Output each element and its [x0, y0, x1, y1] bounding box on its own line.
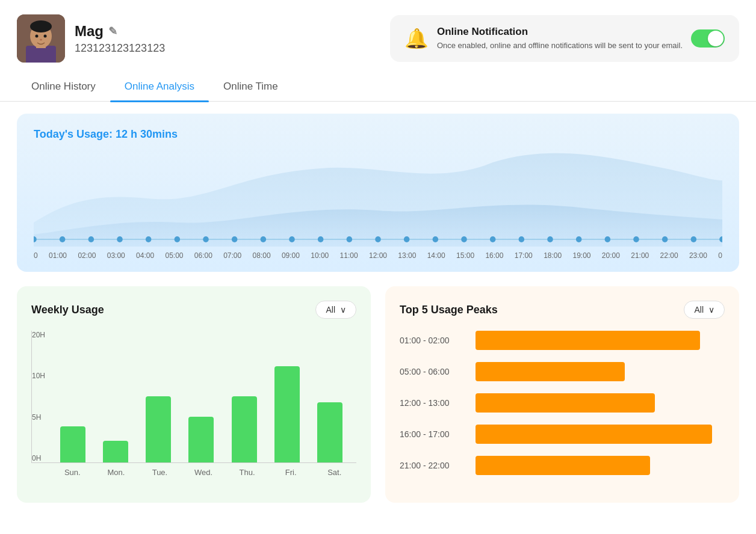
- svg-rect-1: [26, 46, 56, 63]
- bar-group: [265, 366, 308, 462]
- svg-point-4: [30, 20, 52, 32]
- y-axis-label: 5H: [32, 413, 45, 422]
- daily-usage-title: Today's Usage: 12 h 30mins: [34, 128, 722, 141]
- x-axis-label: Wed.: [182, 468, 226, 477]
- bar: [317, 402, 342, 462]
- peak-time-label: 05:00 - 06:00: [400, 367, 466, 376]
- x-axis-label: Fri.: [269, 468, 313, 477]
- time-label: 22:00: [660, 251, 678, 260]
- time-label: 01:00: [49, 251, 67, 260]
- avatar: [17, 14, 65, 63]
- peak-bar-container: [476, 362, 725, 381]
- y-axis-label: 20H: [32, 331, 45, 339]
- notification-card: 🔔 Online Notification Once enabled, onli…: [390, 15, 739, 62]
- svg-point-29: [605, 236, 611, 242]
- edit-icon[interactable]: ✎: [108, 25, 117, 38]
- peak-bar: [476, 393, 655, 413]
- chevron-down-icon: ∨: [708, 305, 714, 315]
- x-axis-label: Thu.: [225, 468, 269, 477]
- svg-point-18: [289, 236, 295, 242]
- peak-row: 16:00 - 17:00: [400, 425, 725, 444]
- x-axis-label: Sun.: [51, 468, 94, 477]
- bar: [103, 441, 128, 462]
- peak-bar: [476, 425, 712, 444]
- svg-point-7: [40, 39, 42, 41]
- svg-point-21: [375, 236, 381, 242]
- time-label: 02:00: [78, 251, 96, 260]
- time-label: 17:00: [515, 251, 533, 260]
- tab-online-analysis[interactable]: Online Analysis: [110, 72, 209, 101]
- svg-point-27: [547, 236, 553, 242]
- time-label: 08:00: [253, 251, 271, 260]
- peak-time-label: 01:00 - 02:00: [400, 336, 466, 345]
- x-axis-label: Sat.: [312, 468, 356, 477]
- peaks-title: Top 5 Usage Peaks: [400, 304, 498, 316]
- x-axis-labels: Sun.Mon.Tue.Wed.Thu.Fri.Sat.: [31, 468, 356, 477]
- time-label: 15:00: [456, 251, 474, 260]
- peaks-card: Top 5 Usage Peaks All ∨ 01:00 - 02:0005:…: [385, 286, 739, 503]
- svg-point-17: [261, 236, 267, 242]
- tab-bar: Online History Online Analysis Online Ti…: [0, 72, 756, 102]
- peak-row: 21:00 - 22:00: [400, 456, 725, 475]
- notification-title: Online Notification: [437, 26, 683, 38]
- profile-id: 123123123123123: [75, 42, 165, 55]
- peak-bar: [476, 331, 700, 350]
- svg-point-12: [117, 236, 123, 242]
- svg-point-24: [461, 236, 467, 242]
- peaks-dropdown[interactable]: All ∨: [684, 301, 725, 319]
- time-label: 04:00: [136, 251, 154, 260]
- tab-online-history[interactable]: Online History: [17, 72, 110, 101]
- notification-text: Online Notification Once enabled, online…: [437, 26, 683, 51]
- svg-point-22: [404, 236, 410, 242]
- notification-toggle[interactable]: [691, 29, 725, 48]
- svg-point-5: [36, 35, 39, 38]
- y-axis-label: 10H: [32, 372, 45, 380]
- peak-time-label: 12:00 - 13:00: [400, 398, 466, 408]
- daily-chart-area: [34, 150, 722, 247]
- time-label: 03:00: [107, 251, 125, 260]
- time-label: 09:00: [282, 251, 300, 260]
- time-label: 23:00: [689, 251, 707, 260]
- time-label: 16:00: [485, 251, 503, 260]
- weekly-card-header: Weekly Usage All ∨: [31, 301, 356, 319]
- svg-point-16: [232, 236, 238, 242]
- peak-bar-container: [476, 331, 725, 350]
- bar: [146, 396, 171, 462]
- time-label: 06:00: [194, 251, 212, 260]
- peaks-card-header: Top 5 Usage Peaks All ∨: [400, 301, 725, 319]
- weekly-dropdown[interactable]: All ∨: [315, 301, 356, 319]
- profile-name: Mag ✎: [75, 23, 165, 40]
- peak-time-label: 16:00 - 17:00: [400, 429, 466, 439]
- weekly-bar-chart: 20H10H5H0H: [31, 331, 356, 463]
- svg-point-11: [88, 236, 94, 242]
- daily-usage-card: Today's Usage: 12 h 30mins: [17, 114, 739, 272]
- time-label: 19:00: [572, 251, 590, 260]
- notification-description: Once enabled, online and offline notific…: [437, 40, 683, 51]
- weekly-title: Weekly Usage: [31, 304, 104, 316]
- profile-info: Mag ✎ 123123123123123: [75, 23, 165, 55]
- bar: [274, 366, 300, 462]
- tab-online-time[interactable]: Online Time: [209, 72, 293, 101]
- time-label: 18:00: [544, 251, 562, 260]
- time-label: 10:00: [311, 251, 329, 260]
- chevron-down-icon: ∨: [340, 305, 346, 315]
- peak-time-label: 21:00 - 22:00: [400, 461, 466, 470]
- time-label: 14:00: [427, 251, 445, 260]
- y-axis-labels: 20H10H5H0H: [32, 331, 49, 462]
- time-axis: 001:0002:0003:0004:0005:0006:0007:0008:0…: [34, 247, 722, 262]
- time-label: 0: [718, 251, 722, 260]
- peak-bar-container: [476, 393, 725, 413]
- profile-section: Mag ✎ 123123123123123: [17, 14, 165, 63]
- time-label: 12:00: [369, 251, 387, 260]
- header: Mag ✎ 123123123123123 🔔 Online Notificat…: [0, 0, 756, 72]
- svg-point-28: [576, 236, 582, 242]
- peak-row: 01:00 - 02:00: [400, 331, 725, 350]
- bar-group: [223, 396, 265, 462]
- bar-group: [180, 417, 223, 462]
- peaks-list: 01:00 - 02:0005:00 - 06:0012:00 - 13:001…: [400, 331, 725, 475]
- svg-point-6: [44, 35, 47, 38]
- peak-bar-container: [476, 425, 725, 444]
- peak-bar-container: [476, 456, 725, 475]
- svg-point-32: [691, 236, 697, 242]
- time-label: 13:00: [398, 251, 416, 260]
